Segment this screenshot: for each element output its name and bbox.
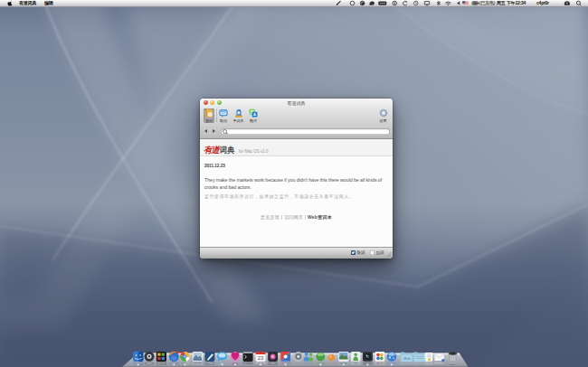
svg-text:23: 23	[258, 355, 264, 361]
svg-text:A: A	[253, 112, 256, 117]
